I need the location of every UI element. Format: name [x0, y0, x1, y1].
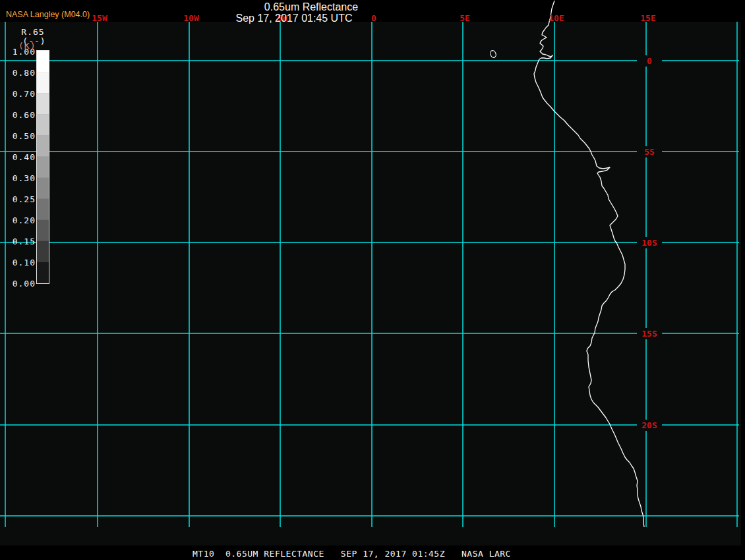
colorbar-segment	[37, 135, 49, 157]
coastline	[534, 1, 644, 527]
colorbar-segment	[37, 178, 49, 200]
island-outline	[489, 49, 496, 58]
colorbar-segment	[37, 241, 49, 263]
satellite-product-display: { "header": { "brand": "NASA Langley (M0…	[0, 0, 745, 560]
colorbar-title: R.65	[13, 27, 53, 37]
colorbar-segment	[37, 156, 49, 178]
colorbar-segment	[37, 72, 49, 94]
status-bar: MT10 0.65UM REFLECTANCE SEP 17, 2017 01:…	[193, 549, 493, 559]
colorbar-units-kelvin-label: (K)	[18, 41, 34, 51]
colorbar-segment	[37, 51, 49, 72]
map-canvas	[0, 0, 745, 560]
colorbar-segment	[37, 262, 49, 284]
page-title: 0.65um Reflectance	[212, 1, 410, 13]
colorbar-segment	[37, 93, 49, 115]
colorbar-segment	[37, 114, 49, 136]
timestamp-subtitle: Sep 17, 2017 01:45 UTC	[195, 13, 393, 24]
nasa-langley-brand-label: NASA Langley (M04.0)	[6, 10, 90, 19]
colorbar-segment	[37, 220, 49, 242]
colorbar-segment	[37, 199, 49, 221]
